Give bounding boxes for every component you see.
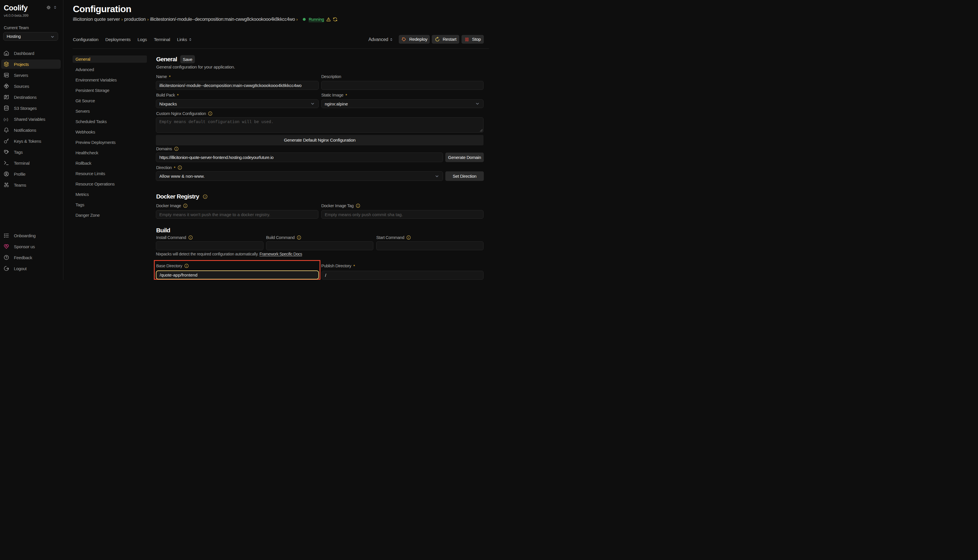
svg-text:): )	[7, 117, 8, 122]
svg-text:x: x	[5, 117, 7, 122]
